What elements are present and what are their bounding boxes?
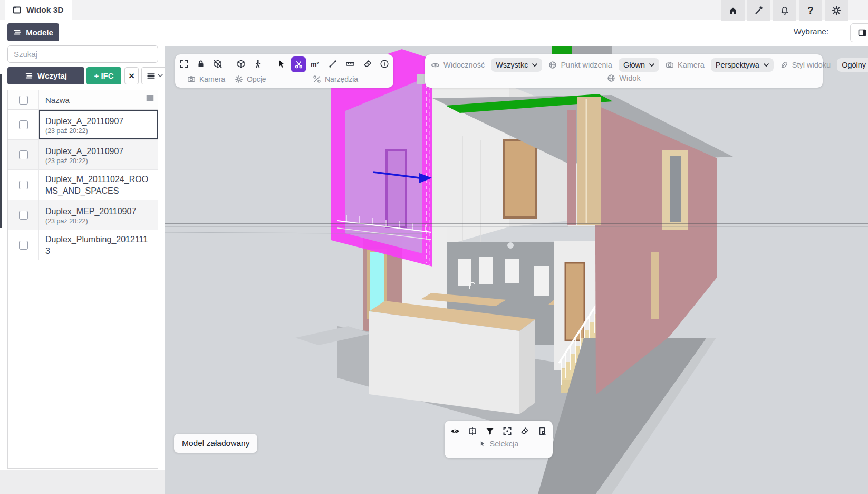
selected-label: Wybrane:	[794, 27, 828, 36]
doc-search-icon	[537, 426, 547, 436]
table-row[interactable]: Duplex_M_20111024_ROOMS_AND_SPACES	[8, 170, 158, 200]
row-checkbox[interactable]	[19, 241, 28, 250]
filter-button[interactable]	[485, 426, 495, 436]
collapsed-panel-edge[interactable]	[0, 74, 2, 228]
split-window-icon	[857, 28, 867, 37]
select-tool-button[interactable]	[277, 59, 286, 69]
view-group-label: Widok	[607, 74, 640, 82]
select-all-checkbox[interactable]	[19, 96, 28, 104]
section-tool-button[interactable]	[291, 56, 306, 72]
settings-button[interactable]	[825, 0, 848, 21]
window-icon	[12, 5, 22, 15]
table-header: Nazwa	[8, 90, 158, 110]
camera-icon	[187, 75, 196, 83]
list-menu-button[interactable]	[141, 67, 168, 84]
load-button[interactable]: Wczytaj	[7, 67, 84, 84]
bottom-strip	[0, 470, 165, 494]
app-window: Widok 3D ? Wybrane: Modele Wcz	[0, 0, 868, 494]
eraser-button[interactable]	[363, 59, 372, 69]
model-cell[interactable]: Duplex_MEP_20110907 (23 paź 20:22)	[39, 200, 158, 230]
filter-icon	[485, 426, 495, 436]
eye-icon	[431, 61, 440, 70]
camera-group-button[interactable]: Kamera	[187, 75, 225, 83]
options-group-button[interactable]: Opcje	[235, 75, 266, 83]
viewpoint-button[interactable]: Punkt widzenia	[548, 61, 612, 69]
add-ifc-button[interactable]: + IFC	[86, 67, 121, 84]
column-menu-button[interactable]	[146, 93, 155, 104]
table-row[interactable]: Duplex_Plumbing_20121113	[8, 230, 158, 260]
model-cell[interactable]: Duplex_M_20111024_ROOMS_AND_SPACES	[39, 170, 158, 200]
models-table: Nazwa Duplex_A_20110907 (23 paź 20:22) D…	[7, 90, 158, 469]
gear-icon	[235, 75, 243, 83]
models-button[interactable]: Modele	[7, 23, 59, 41]
model-cell-selected[interactable]: Duplex_A_20110907 (23 paź 20:22)	[39, 110, 158, 139]
name-column-header: Nazwa	[39, 96, 158, 104]
bell-icon	[780, 6, 789, 15]
gear-icon	[832, 6, 841, 15]
magic-wand-button[interactable]	[747, 0, 770, 21]
search-input[interactable]	[7, 45, 158, 63]
model-cell[interactable]: Duplex_Plumbing_20121113	[39, 230, 158, 260]
split-box-icon	[468, 426, 477, 436]
table-row[interactable]: Duplex_MEP_20110907 (23 paź 20:22)	[8, 200, 158, 230]
eye-filled-icon	[450, 426, 460, 436]
clear-selection-button[interactable]	[520, 426, 529, 436]
table-row[interactable]: Duplex_A_20110907 (23 paź 20:22)	[8, 110, 158, 140]
show-selection-button[interactable]	[450, 426, 460, 436]
row-checkbox[interactable]	[19, 150, 28, 159]
question-icon: ?	[808, 5, 814, 16]
viewer-3d: m² Kamera Opcje Narzęd	[165, 46, 868, 494]
row-checkbox[interactable]	[19, 180, 28, 189]
viewpoint-select[interactable]: Główn	[619, 58, 659, 72]
view-style-select[interactable]: Ogólny	[837, 58, 868, 72]
focus-selection-button[interactable]	[503, 426, 512, 436]
row-checkbox[interactable]	[19, 211, 28, 220]
hide-model-button[interactable]	[213, 59, 223, 69]
view-style-button[interactable]: Styl widoku	[780, 61, 831, 69]
camera-mode-select[interactable]: Perspektywa	[711, 58, 774, 72]
eraser-icon	[520, 426, 529, 436]
chevron-down-icon	[649, 63, 654, 67]
tab-widok-3d[interactable]: Widok 3D	[5, 0, 72, 20]
focus-icon	[503, 426, 512, 436]
notifications-button[interactable]	[773, 0, 796, 21]
chevron-down-icon	[158, 74, 163, 78]
walk-mode-button[interactable]	[253, 59, 263, 69]
selection-group-label: Selekcja	[479, 440, 519, 448]
model-cell[interactable]: Duplex_A_20110907 (23 paź 20:22)	[39, 140, 158, 169]
camera-mode-button[interactable]: Kamera	[666, 61, 705, 69]
tools-toolbar: m² Kamera Opcje Narzęd	[175, 54, 393, 88]
info-button[interactable]	[380, 59, 389, 69]
layers-icon	[25, 72, 33, 80]
distance-measure-button[interactable]	[328, 59, 337, 69]
globe-icon	[607, 74, 615, 82]
chevron-down-icon	[532, 63, 537, 67]
row-checkbox[interactable]	[19, 120, 28, 129]
visibility-select[interactable]: Wszystkc	[491, 58, 542, 72]
models-panel: Modele Wczytaj + IFC × Nazwa	[0, 20, 165, 494]
ruler-button[interactable]	[345, 59, 355, 69]
selection-toolbar: Selekcja	[445, 421, 553, 458]
table-row[interactable]: Duplex_A_20110907 (23 paź 20:22)	[8, 140, 158, 170]
inspect-selection-button[interactable]	[537, 426, 547, 436]
status-toast: Model załadowany	[174, 434, 257, 453]
fit-view-button[interactable]	[179, 59, 189, 69]
feather-icon	[780, 61, 788, 69]
magic-wand-icon	[754, 6, 764, 15]
tools-icon	[313, 75, 321, 83]
area-measure-button[interactable]: m²	[311, 60, 319, 68]
hamburger-icon	[147, 72, 155, 80]
visibility-button[interactable]: Widoczność	[431, 61, 485, 70]
cube-view-button[interactable]	[236, 59, 246, 69]
clear-button[interactable]: ×	[124, 67, 139, 84]
tools-group-button[interactable]: Narzędzia	[313, 75, 358, 83]
layers-icon	[13, 28, 22, 36]
selected-view-button[interactable]	[850, 23, 868, 42]
view-toolbar: Widoczność Wszystkc Punkt widzenia Główn…	[425, 54, 823, 88]
help-button[interactable]: ?	[799, 0, 822, 21]
cursor-icon	[479, 440, 486, 448]
scissors-icon	[294, 60, 303, 69]
home-button[interactable]	[721, 0, 745, 21]
isolate-button[interactable]	[468, 426, 477, 436]
lock-button[interactable]	[196, 59, 206, 69]
